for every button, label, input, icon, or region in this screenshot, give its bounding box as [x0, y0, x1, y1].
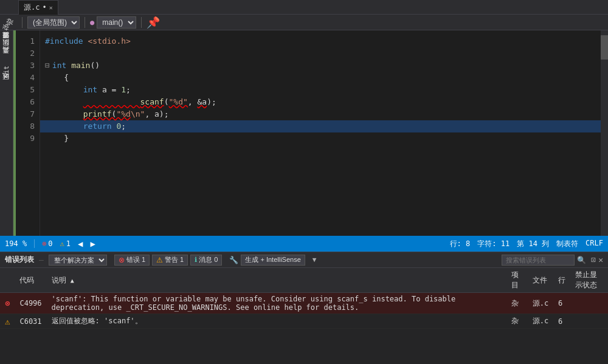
row-desc-2: 返回值被忽略: 'scanf'。: [47, 314, 506, 329]
panel-resize-button[interactable]: ⊡: [591, 255, 596, 264]
msg-icon: ℹ: [195, 256, 197, 264]
line-num-2: 2: [18, 47, 35, 60]
table-row[interactable]: ⊗ C4996 'scanf': This function or variab…: [0, 293, 608, 314]
toolbar-separator-3: [141, 17, 142, 28]
code-line-1: #include <stdio.h>: [40, 35, 601, 47]
sidebar-item-tools[interactable]: 工具箱: [0, 55, 13, 62]
row-project-2: 杂: [506, 314, 528, 329]
col-line[interactable]: 行: [553, 268, 570, 293]
tab-modified-dot: •: [42, 3, 46, 12]
code-line-4: {: [40, 72, 601, 84]
panel-close-button[interactable]: ✕: [598, 255, 603, 264]
tab-close-button[interactable]: ✕: [49, 4, 53, 11]
symbol-selector[interactable]: main(): [97, 16, 136, 29]
line-num-7: 7: [18, 108, 35, 120]
messages-filter-button[interactable]: ℹ 消息 0: [190, 255, 222, 266]
include-file: <stdio.h>: [88, 35, 130, 47]
scope-selector[interactable]: (全局范围): [27, 16, 80, 29]
table-body: ⊗ C4996 'scanf': This function or variab…: [0, 293, 608, 329]
col-desc[interactable]: 说明 ▲: [47, 268, 506, 293]
sidebar-item-za[interactable]: 杂: [0, 33, 13, 40]
tab-source[interactable]: 源.c • ✕: [18, 0, 58, 15]
error-btn-icon: ⊗: [119, 256, 125, 264]
symbol-icon: ●: [90, 18, 94, 27]
col-icon: [0, 268, 15, 293]
format-str-printf: "%d\n": [116, 108, 145, 120]
file-label: 杂: [2, 17, 17, 27]
row-file-2: 源.c: [528, 314, 553, 329]
code-line-6: scanf ( "%d" , &a );: [40, 96, 601, 108]
error-count[interactable]: ⊗ 0: [42, 239, 52, 248]
toolbar-separator-2: [85, 17, 85, 28]
nav-back-button[interactable]: ◀: [78, 239, 83, 249]
filter-selector[interactable]: 整个解决方案: [49, 255, 107, 266]
fn-scanf: scanf: [140, 97, 164, 106]
warn-btn-icon: ⚠: [156, 256, 163, 264]
error-row-icon: ⊗: [5, 298, 10, 308]
sidebar-item-region[interactable]: 区域: [0, 81, 13, 89]
sidebar-item-git[interactable]: Git: [1, 62, 12, 81]
line-num-6: 6: [18, 96, 35, 108]
col-project[interactable]: 项目: [506, 268, 528, 293]
status-right: 行: 8 字符: 11 第 14 列 制表符 CRLF: [450, 239, 603, 249]
eol-info: CRLF: [586, 239, 603, 249]
row-icon-error: ⊗: [0, 293, 15, 314]
format-info: 制表符: [556, 239, 578, 249]
table-header-row: 代码 说明 ▲ 项目 文件 行 禁止显示状态: [0, 268, 608, 293]
col-code[interactable]: 代码: [15, 268, 46, 293]
vertical-scrollbar[interactable]: [601, 30, 608, 236]
code-area[interactable]: 1 2 3 4 5 6 7 8 9 #include <stdio.h>: [13, 30, 608, 236]
num-zero: 0: [116, 120, 121, 132]
line-num-8: 8: [18, 120, 35, 132]
fn-printf: printf: [83, 108, 112, 120]
error-table: 代码 说明 ▲ 项目 文件 行 禁止显示状态 ⊗ C4996 'scanf': …: [0, 268, 608, 364]
row-code-1: C4996: [15, 293, 46, 314]
line-numbers: 1 2 3 4 5 6 7 8 9: [16, 30, 40, 236]
fold-icon-3: ⊟: [45, 60, 50, 72]
warning-count[interactable]: ⚠ 1: [60, 239, 71, 248]
nav-forward-button[interactable]: ▶: [91, 239, 95, 249]
ch-info: 第 14 列: [517, 239, 549, 249]
keyword-int: int: [52, 60, 66, 72]
error-icon: ⊗: [42, 239, 46, 248]
code-line-2: [40, 47, 601, 60]
col-file[interactable]: 文件: [528, 268, 553, 293]
sidebar: 杂 资源管理器 团队 工具箱 Git 区域: [0, 30, 13, 236]
code-line-7: printf ( "%d\n" , a);: [40, 108, 601, 120]
line-num-3: 3: [18, 60, 35, 72]
warning-icon: ⚠: [60, 239, 64, 248]
warning-row-icon: ⚠: [5, 317, 10, 326]
row-line-1: 6: [553, 293, 570, 314]
error-panel-header: 错误列表 — 整个解决方案 ⊗ 错误 1 ⚠ 警告 1 ℹ 消息 0 🔧 生成 …: [0, 252, 608, 268]
fn-name-main: main: [71, 60, 90, 72]
code-editor[interactable]: #include <stdio.h> ⊟ int main () {: [40, 30, 601, 236]
errors-table-element: 代码 说明 ▲ 项目 文件 行 禁止显示状态 ⊗ C4996 'scanf': …: [0, 268, 608, 329]
main-layout: 杂 资源管理器 团队 工具箱 Git 区域 1 2 3 4 5 6 7 8 9: [0, 30, 608, 236]
error-search-input[interactable]: [502, 255, 575, 266]
line-num-4: 4: [18, 72, 35, 84]
warnings-filter-button[interactable]: ⚠ 警告 1: [152, 255, 188, 266]
col-info: 字符: 11: [477, 239, 510, 249]
build-filter-button[interactable]: 生成 + IntelliSense: [241, 255, 305, 266]
dropdown-icon: ▼: [313, 256, 317, 264]
error-panel: 错误列表 — 整个解决方案 ⊗ 错误 1 ⚠ 警告 1 ℹ 消息 0 🔧 生成 …: [0, 252, 608, 364]
sidebar-item-explorer[interactable]: 资源管理器: [0, 40, 13, 47]
line-num-9: 9: [18, 132, 35, 145]
search-area: 🔍: [502, 255, 586, 266]
table-row[interactable]: ⚠ C6031 返回值被忽略: 'scanf'。 杂 源.c 6: [0, 314, 608, 329]
scrollbar-thumb[interactable]: [601, 35, 608, 60]
errors-filter-button[interactable]: ⊗ 错误 1: [114, 255, 150, 266]
toolbar: 杂 (全局范围) ● main() 📌: [0, 15, 608, 30]
code-line-8: return 0 ;: [40, 120, 601, 132]
line-num-5: 5: [18, 84, 35, 96]
col-suppress[interactable]: 禁止显示状态: [570, 268, 608, 293]
code-line-3: ⊟ int main (): [40, 60, 601, 72]
row-desc-1: 'scanf': This function or variable may b…: [47, 293, 506, 314]
sidebar-item-team[interactable]: 团队: [0, 47, 13, 55]
filter-icon: 🔧: [229, 256, 238, 264]
pin-button[interactable]: 📌: [147, 16, 160, 29]
row-file-1: 源.c: [528, 293, 553, 314]
tab-label: 源.c: [24, 2, 40, 13]
row-icon-warn: ⚠: [0, 314, 15, 329]
sort-icon: ▲: [71, 277, 74, 284]
